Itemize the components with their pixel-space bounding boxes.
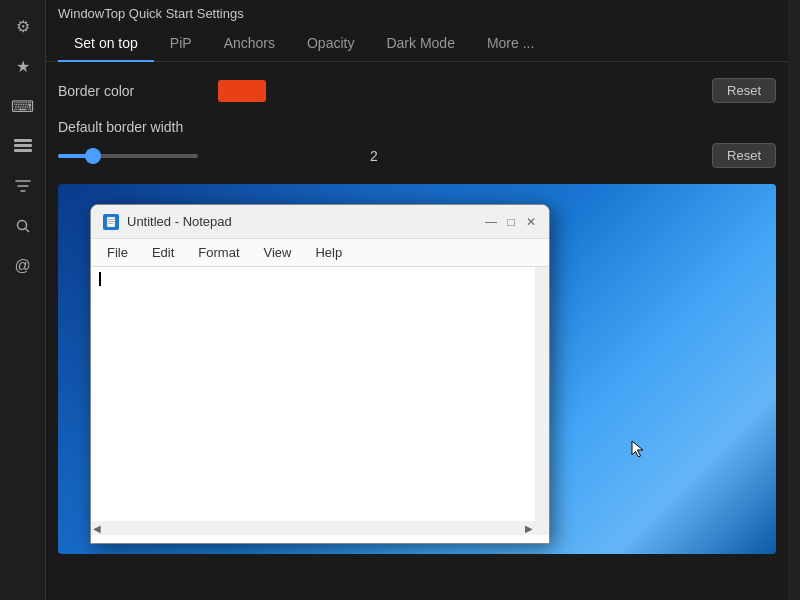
border-width-reset-button[interactable]: Reset	[712, 143, 776, 168]
keyboard2-icon[interactable]	[5, 128, 41, 164]
border-color-row: Border color Reset	[58, 78, 776, 103]
scroll-right-arrow[interactable]: ▶	[525, 523, 533, 534]
desktop-preview: Untitled - Notepad — □ ✕ File Edit Forma…	[58, 184, 776, 554]
border-width-section: Default border width 2 Reset	[58, 119, 776, 168]
main-scrollbar[interactable]	[788, 0, 800, 600]
star-icon[interactable]: ★	[5, 48, 41, 84]
notepad-horizontal-scrollbar[interactable]: ◀ ▶	[91, 521, 535, 535]
tab-pip[interactable]: PiP	[154, 25, 208, 61]
notepad-maximize-button[interactable]: □	[505, 216, 517, 228]
slider-track	[58, 154, 198, 158]
notepad-minimize-button[interactable]: —	[485, 216, 497, 228]
notepad-menu-edit[interactable]: Edit	[148, 243, 178, 262]
border-color-swatch[interactable]	[218, 80, 266, 102]
notepad-text-area[interactable]: ◀ ▶	[91, 267, 549, 535]
svg-line-4	[25, 229, 29, 233]
at-icon[interactable]: @	[5, 248, 41, 284]
scroll-left-arrow[interactable]: ◀	[93, 523, 101, 534]
text-cursor	[99, 272, 101, 286]
svg-rect-2	[14, 149, 32, 152]
border-color-label: Border color	[58, 83, 218, 99]
border-width-slider-container	[58, 146, 360, 166]
slider-value: 2	[370, 148, 390, 164]
svg-point-3	[17, 221, 26, 230]
notepad-title-text: Untitled - Notepad	[127, 214, 232, 229]
tab-set-on-top[interactable]: Set on top	[58, 25, 154, 61]
notepad-window: Untitled - Notepad — □ ✕ File Edit Forma…	[90, 204, 550, 544]
settings-content: Border color Reset Default border width …	[46, 62, 788, 184]
border-color-reset-button[interactable]: Reset	[712, 78, 776, 103]
notepad-menu-help[interactable]: Help	[311, 243, 346, 262]
filter-icon[interactable]	[5, 168, 41, 204]
notepad-menubar: File Edit Format View Help	[91, 239, 549, 267]
tab-bar: Set on top PiP Anchors Opacity Dark Mode…	[46, 25, 788, 62]
tab-dark-mode[interactable]: Dark Mode	[370, 25, 470, 61]
app-title: WindowTop Quick Start Settings	[46, 0, 788, 21]
settings-icon[interactable]: ⚙	[5, 8, 41, 44]
notepad-window-controls: — □ ✕	[485, 216, 537, 228]
search-icon[interactable]	[5, 208, 41, 244]
keyboard-icon[interactable]: ⌨	[5, 88, 41, 124]
notepad-title-area: Untitled - Notepad	[103, 214, 232, 230]
notepad-vertical-scrollbar[interactable]	[535, 267, 549, 535]
tab-anchors[interactable]: Anchors	[208, 25, 291, 61]
main-content: WindowTop Quick Start Settings Set on to…	[46, 0, 788, 600]
notepad-titlebar: Untitled - Notepad — □ ✕	[91, 205, 549, 239]
title-text: WindowTop Quick Start Settings	[58, 6, 244, 21]
tab-opacity[interactable]: Opacity	[291, 25, 370, 61]
slider-thumb[interactable]	[85, 148, 101, 164]
notepad-menu-view[interactable]: View	[260, 243, 296, 262]
border-width-label: Default border width	[58, 119, 776, 135]
notepad-app-icon	[103, 214, 119, 230]
notepad-menu-format[interactable]: Format	[194, 243, 243, 262]
svg-rect-1	[14, 144, 32, 147]
notepad-menu-file[interactable]: File	[103, 243, 132, 262]
sidebar: ⚙ ★ ⌨ @	[0, 0, 46, 600]
tab-more[interactable]: More ...	[471, 25, 550, 61]
svg-rect-0	[14, 139, 32, 142]
svg-rect-5	[107, 217, 115, 227]
mouse-cursor	[630, 439, 646, 464]
notepad-close-button[interactable]: ✕	[525, 216, 537, 228]
